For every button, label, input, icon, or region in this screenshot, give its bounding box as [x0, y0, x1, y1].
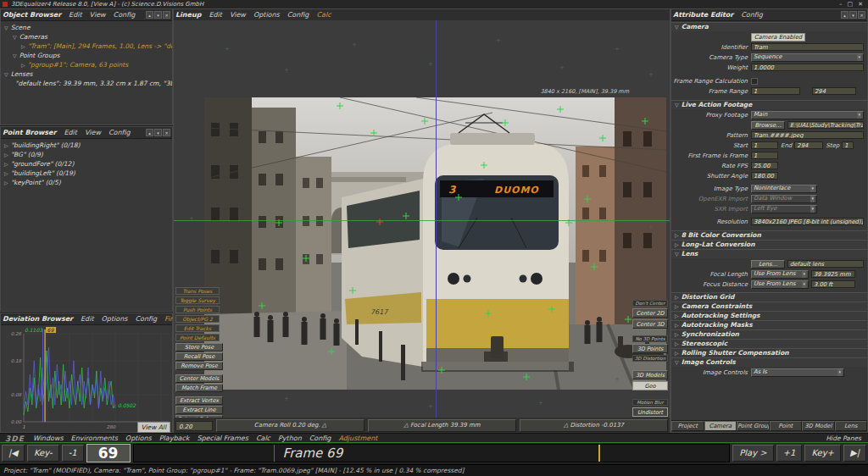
expander-icon[interactable]: ▽: [4, 25, 11, 30]
no-3d-points-button[interactable]: No 3D Points: [632, 335, 668, 342]
expander-icon[interactable]: ▷: [4, 180, 11, 185]
object-pg-2-button[interactable]: Object/PG 2: [175, 315, 220, 323]
3d-points-button[interactable]: 3D Points: [632, 344, 668, 353]
menu-title-object-browser[interactable]: Object Browser: [3, 11, 61, 19]
expander-icon[interactable]: ▽: [675, 251, 682, 257]
camera-viewport[interactable]: 7617 3 DUOMO: [174, 20, 670, 418]
tree-item[interactable]: ▽Lenses: [1, 69, 172, 79]
3d-models-button[interactable]: 3D Models: [632, 370, 668, 379]
menu-item-view[interactable]: View: [85, 129, 101, 136]
focus-distance-dropdown[interactable]: Use From Lens▾: [751, 280, 809, 289]
point-group-item[interactable]: ▷"BG" (0/9): [1, 150, 172, 159]
menu-item-environments[interactable]: Environments: [71, 434, 118, 442]
browse-button[interactable]: Browse...: [751, 121, 785, 130]
tab-point-group[interactable]: Point Group: [737, 421, 770, 431]
start-field[interactable]: 294: [794, 141, 823, 149]
menu-item-python[interactable]: Python: [278, 434, 302, 442]
menu-title-point-browser[interactable]: Point Browser: [3, 129, 56, 136]
menu-item-edit[interactable]: Edit: [64, 129, 77, 136]
menu-item-view[interactable]: View: [230, 11, 246, 19]
current-frame-field[interactable]: 69: [86, 444, 131, 462]
section-autotracking-settings[interactable]: ▷Autotracking Settings: [671, 311, 867, 320]
menu-item-adjustment[interactable]: Adjustment: [338, 434, 377, 442]
menu-item-config[interactable]: Config: [309, 434, 331, 442]
close-pane-icon[interactable]: ✕: [858, 11, 865, 19]
center-models-button[interactable]: Center Models: [175, 374, 223, 383]
expander-icon[interactable]: ▷: [675, 303, 682, 309]
shade-down-icon[interactable]: ▾: [154, 129, 162, 136]
tree-item[interactable]: ▽Scene: [1, 23, 172, 32]
e-ual-study-tracking-tram-field[interactable]: E:\UAL\Study\Tracking\Tram\: [787, 121, 864, 129]
center-2d-button[interactable]: Center 2D: [632, 308, 668, 318]
section-distortion-grid[interactable]: ▷Distortion Grid: [671, 292, 867, 302]
menu-item-edit[interactable]: Edit: [209, 11, 222, 19]
section-8-bit-color-conversion[interactable]: ▷8 Bit Color Conversion: [671, 230, 867, 240]
point-defaults-button[interactable]: Point Defaults: [175, 334, 220, 341]
weight-field[interactable]: 1.0000: [751, 64, 864, 71]
menu-item-edit[interactable]: Edit: [81, 315, 94, 323]
extract-polygon-button[interactable]: Extract Polygon: [175, 415, 223, 418]
tree-item[interactable]: ▷"pgroup#1": Camera, 63 points: [1, 60, 172, 69]
section-synchronization[interactable]: ▷Synchronization: [671, 329, 867, 339]
expander-icon[interactable]: ▷: [21, 62, 28, 68]
menu-item-options[interactable]: Options: [253, 11, 280, 19]
proxy-footage-dropdown[interactable]: Main▾: [751, 111, 864, 119]
store-pose-button[interactable]: Store Pose: [175, 343, 223, 351]
menu-item-options[interactable]: Options: [102, 315, 128, 323]
point-group-item[interactable]: ▷"buildingRight" (0/18): [1, 141, 172, 150]
distortion-button[interactable]: △ Distortion -0.0137: [520, 419, 668, 432]
shade-up-icon[interactable]: ▴: [146, 11, 153, 19]
first-frame-is-frame-field[interactable]: 1: [751, 152, 778, 159]
go-to-start-button[interactable]: |◀: [2, 445, 25, 462]
pattern-field[interactable]: Tram.####.jpeg: [751, 131, 864, 139]
menu-item-config[interactable]: Config: [741, 11, 763, 19]
menu-item-windows[interactable]: Windows: [33, 434, 64, 442]
recall-pose-button[interactable]: Recall Pose: [175, 352, 223, 361]
expander-icon[interactable]: ▽: [675, 102, 682, 108]
step-back-button[interactable]: -1: [62, 445, 84, 462]
shade-down-icon[interactable]: ▾: [849, 11, 857, 19]
center-3d-button[interactable]: Center 3D: [632, 319, 668, 329]
focus-distance-field[interactable]: 3.00 ft: [811, 280, 855, 288]
expander-icon[interactable]: ▷: [4, 170, 11, 176]
section-autotracking-masks[interactable]: ▷Autotracking Masks: [671, 320, 867, 329]
shade-down-icon[interactable]: ▾: [154, 11, 162, 19]
remove-pose-button[interactable]: Remove Pose: [175, 362, 223, 370]
menu-item-options[interactable]: Options: [125, 434, 152, 442]
expander-icon[interactable]: ▷: [675, 331, 682, 337]
expander-icon[interactable]: ▽: [13, 53, 19, 58]
key-plus-button[interactable]: Key+: [804, 445, 841, 462]
tab-point[interactable]: Point: [770, 421, 803, 431]
push-points-button[interactable]: Push Points: [175, 306, 220, 313]
focal-length-button[interactable]: △ Focal Length 39.39 mm: [368, 419, 516, 432]
close-icon[interactable]: ✕: [858, 1, 863, 8]
tree-item[interactable]: ▽Point Groups: [1, 51, 172, 60]
section-camera-constraints[interactable]: ▷Camera Constraints: [671, 302, 867, 311]
point-group-item[interactable]: ▷"groundFore" (0/12): [1, 159, 172, 169]
section-live-action-footage[interactable]: ▽Live Action Footage: [671, 100, 867, 109]
menu-item-config[interactable]: Config: [135, 315, 157, 323]
menu-item-special-frames[interactable]: Special Frames: [197, 434, 248, 442]
expander-icon[interactable]: ▷: [4, 161, 11, 167]
expander-icon[interactable]: ▽: [4, 71, 11, 77]
image-controls-dropdown[interactable]: As Is▾: [751, 368, 844, 377]
menu-item-calc[interactable]: Calc: [316, 11, 331, 19]
expander-icon[interactable]: ▽: [675, 24, 682, 30]
timebar[interactable]: Frame 69: [133, 444, 731, 462]
expander-icon[interactable]: ▷: [675, 313, 682, 318]
point-group-item[interactable]: ▷"buildingLeft" (0/19): [1, 169, 172, 178]
toggle-survey-button[interactable]: Toggle Survey: [175, 296, 220, 304]
frame-range-calculation-checkbox[interactable]: [751, 78, 758, 85]
tab-3d-model[interactable]: 3D Model: [802, 421, 835, 431]
close-pane-icon[interactable]: ✕: [163, 11, 170, 19]
view-all-button[interactable]: View All: [137, 422, 170, 433]
maximize-icon[interactable]: □: [848, 1, 854, 8]
resolution-field[interactable]: 3840x2160 JPEG [8-bit int (unsigned)]: [751, 218, 864, 225]
shutter-angle-field[interactable]: 180.00: [751, 172, 778, 180]
menu-item-playback[interactable]: Playback: [159, 434, 190, 442]
tree-item[interactable]: ▽Cameras: [1, 32, 172, 42]
menu-item-config[interactable]: Config: [108, 129, 131, 136]
key-minus-button[interactable]: Key-: [27, 445, 59, 462]
match-frame-button[interactable]: Match Frame: [175, 384, 223, 392]
undistort-button[interactable]: Undistort: [632, 407, 668, 417]
